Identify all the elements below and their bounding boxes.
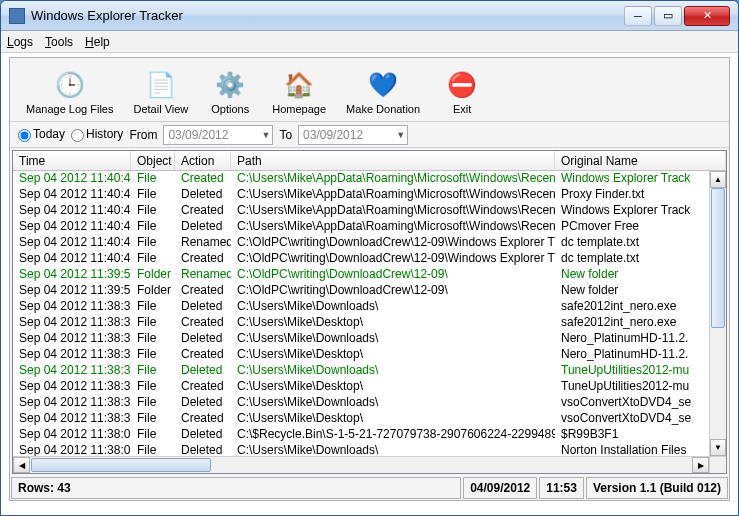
scroll-thumb[interactable]	[31, 458, 211, 472]
cell-action: Created	[175, 251, 231, 267]
table-row[interactable]: Sep 04 2012 11:38:08FileDeletedC:\$Recyc…	[13, 427, 709, 443]
menu-logs[interactable]: Logs	[7, 35, 33, 49]
homepage-button[interactable]: 🏠 Homepage	[262, 64, 336, 120]
from-date-picker[interactable]: 03/09/2012▼	[163, 125, 273, 145]
history-radio[interactable]	[71, 129, 84, 142]
cell-original-name: $R99B3F1	[555, 427, 709, 443]
today-radio[interactable]	[18, 129, 31, 142]
scroll-right-arrow[interactable]: ▶	[692, 457, 709, 473]
document-icon: 📄	[145, 69, 177, 101]
table-row[interactable]: Sep 04 2012 11:38:38FileDeletedC:\Users\…	[13, 363, 709, 379]
cell-original-name: New folder	[555, 283, 709, 299]
column-time[interactable]: Time	[13, 151, 131, 170]
table-row[interactable]: Sep 04 2012 11:39:59FolderRenamedC:\OldP…	[13, 267, 709, 283]
menu-tools[interactable]: Tools	[45, 35, 73, 49]
chevron-down-icon: ▼	[261, 130, 270, 140]
table-body[interactable]: Sep 04 2012 11:40:49FileCreatedC:\Users\…	[13, 171, 726, 473]
scroll-down-arrow[interactable]: ▼	[710, 439, 726, 456]
table-row[interactable]: Sep 04 2012 11:40:49FileCreatedC:\Users\…	[13, 171, 709, 187]
table-row[interactable]: Sep 04 2012 11:38:38FileCreatedC:\Users\…	[13, 411, 709, 427]
cell-action: Renamed	[175, 235, 231, 251]
cell-action: Created	[175, 283, 231, 299]
cell-time: Sep 04 2012 11:40:49	[13, 219, 131, 235]
status-bar: Rows: 43 04/09/2012 11:53 Version 1.1 (B…	[10, 476, 729, 500]
cell-action: Deleted	[175, 363, 231, 379]
to-label: To	[279, 128, 292, 142]
column-action[interactable]: Action	[175, 151, 231, 170]
resize-grip[interactable]	[709, 457, 726, 473]
cell-action: Created	[175, 203, 231, 219]
cell-time: Sep 04 2012 11:40:49	[13, 187, 131, 203]
cell-time: Sep 04 2012 11:38:38	[13, 315, 131, 331]
cell-path: C:\OldPC\writing\DownloadCrew\12-09\Wind…	[231, 235, 555, 251]
table-row[interactable]: Sep 04 2012 11:40:49FileDeletedC:\Users\…	[13, 219, 709, 235]
table-row[interactable]: Sep 04 2012 11:38:38FileCreatedC:\Users\…	[13, 379, 709, 395]
table-row[interactable]: Sep 04 2012 11:38:38FileCreatedC:\Users\…	[13, 315, 709, 331]
cell-object: File	[131, 251, 175, 267]
table-row[interactable]: Sep 04 2012 11:40:48FileCreatedC:\OldPC\…	[13, 251, 709, 267]
maximize-button[interactable]: ▭	[654, 6, 682, 26]
minimize-button[interactable]: ─	[624, 6, 652, 26]
cell-original-name: vsoConvertXtoDVD4_se	[555, 395, 709, 411]
manage-log-files-button[interactable]: 🕒 Manage Log Files	[16, 64, 123, 120]
close-button[interactable]: ✕	[684, 6, 730, 26]
cell-original-name: PCmover Free	[555, 219, 709, 235]
table-row[interactable]: Sep 04 2012 11:38:38FileCreatedC:\Users\…	[13, 347, 709, 363]
table-row[interactable]: Sep 04 2012 11:38:38FileDeletedC:\Users\…	[13, 299, 709, 315]
heart-icon: 💙	[367, 69, 399, 101]
cell-object: File	[131, 203, 175, 219]
column-object[interactable]: Object	[131, 151, 175, 170]
cell-action: Deleted	[175, 219, 231, 235]
make-donation-button[interactable]: 💙 Make Donation	[336, 64, 430, 120]
scroll-thumb[interactable]	[711, 188, 725, 328]
today-radio-label[interactable]: Today	[18, 127, 65, 141]
cell-object: File	[131, 331, 175, 347]
to-date-picker[interactable]: 03/09/2012▼	[298, 125, 408, 145]
titlebar[interactable]: Windows Explorer Tracker ─ ▭ ✕	[1, 1, 738, 31]
cell-object: File	[131, 411, 175, 427]
cell-time: Sep 04 2012 11:38:38	[13, 299, 131, 315]
status-time: 11:53	[539, 477, 584, 499]
cell-object: File	[131, 347, 175, 363]
vertical-scrollbar[interactable]: ▲ ▼	[709, 171, 726, 456]
cell-path: C:\Users\Mike\Desktop\	[231, 379, 555, 395]
menubar: Logs Tools Help	[1, 31, 738, 53]
table-row[interactable]: Sep 04 2012 11:40:49FileCreatedC:\Users\…	[13, 203, 709, 219]
table-row[interactable]: Sep 04 2012 11:38:38FileDeletedC:\Users\…	[13, 395, 709, 411]
column-path[interactable]: Path	[231, 151, 555, 170]
horizontal-scrollbar[interactable]: ◀ ▶	[13, 456, 726, 473]
table-row[interactable]: Sep 04 2012 11:39:53FolderCreatedC:\OldP…	[13, 283, 709, 299]
cell-path: C:\Users\Mike\Desktop\	[231, 411, 555, 427]
from-label: From	[129, 128, 157, 142]
cell-time: Sep 04 2012 11:38:38	[13, 347, 131, 363]
cell-action: Created	[175, 315, 231, 331]
options-button[interactable]: ⚙️ Options	[198, 64, 262, 120]
table-row[interactable]: Sep 04 2012 11:38:38FileDeletedC:\Users\…	[13, 331, 709, 347]
detail-view-button[interactable]: 📄 Detail View	[123, 64, 198, 120]
cell-object: File	[131, 187, 175, 203]
exit-button[interactable]: ⛔ Exit	[430, 64, 494, 120]
cell-object: File	[131, 235, 175, 251]
cell-original-name: New folder	[555, 267, 709, 283]
menu-help[interactable]: Help	[85, 35, 110, 49]
scroll-up-arrow[interactable]: ▲	[710, 171, 726, 188]
cell-object: File	[131, 315, 175, 331]
history-radio-label[interactable]: History	[71, 127, 123, 141]
chevron-down-icon: ▼	[396, 130, 405, 140]
cell-original-name: Nero_PlatinumHD-11.2.	[555, 331, 709, 347]
cell-time: Sep 04 2012 11:40:49	[13, 171, 131, 187]
cell-object: Folder	[131, 283, 175, 299]
column-original-name[interactable]: Original Name	[555, 151, 726, 170]
table-row[interactable]: Sep 04 2012 11:40:49FileDeletedC:\Users\…	[13, 187, 709, 203]
cell-original-name: safe2012int_nero.exe	[555, 315, 709, 331]
scroll-left-arrow[interactable]: ◀	[13, 457, 30, 473]
toolbar-label: Homepage	[272, 103, 326, 115]
cell-time: Sep 04 2012 11:40:48	[13, 251, 131, 267]
cell-path: C:\OldPC\writing\DownloadCrew\12-09\	[231, 283, 555, 299]
table-row[interactable]: Sep 04 2012 11:40:48FileRenamedC:\OldPC\…	[13, 235, 709, 251]
gear-icon: ⚙️	[214, 69, 246, 101]
cell-time: Sep 04 2012 11:38:38	[13, 331, 131, 347]
cell-path: C:\OldPC\writing\DownloadCrew\12-09\Wind…	[231, 251, 555, 267]
toolbar-label: Make Donation	[346, 103, 420, 115]
cell-original-name: TuneUpUtilities2012-mu	[555, 379, 709, 395]
